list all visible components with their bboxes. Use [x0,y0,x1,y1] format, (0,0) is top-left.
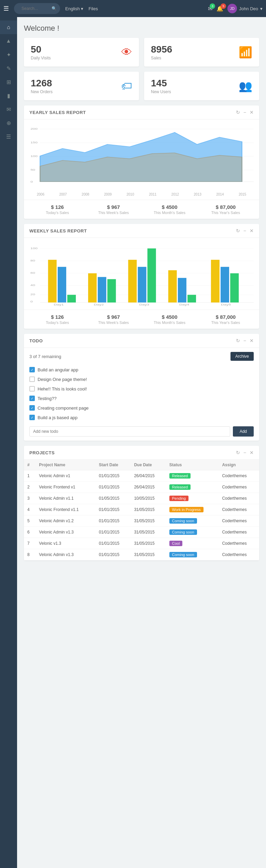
tag-icon: 🏷 [121,80,132,93]
svg-text:50: 50 [30,168,35,171]
stat-label-orders: New Orders [31,89,53,94]
sidebar-item-chart[interactable]: ▲ [0,34,17,48]
todo-card: TODO ↻ − ✕ 3 of 7 remaining Archive ✓ Bu… [24,334,259,441]
close-icon[interactable]: ✕ [250,228,254,233]
col-status: Status [166,460,219,470]
svg-rect-24 [48,260,57,302]
cell-status: Coming soon [166,527,219,538]
sidebar-item-grid[interactable]: ⊞ [0,75,17,89]
todo-item-1: Design One page theme! [29,374,254,384]
weekly-sale-1: $ 967 This Week's Sales [85,314,141,325]
close-icon[interactable]: ✕ [250,450,254,455]
close-icon[interactable]: ✕ [250,110,254,115]
todo-checkbox-2[interactable] [29,386,35,392]
sidebar-item-tools[interactable]: ✦ [0,48,17,61]
svg-rect-38 [230,273,239,303]
todo-checkbox-1[interactable] [29,376,35,382]
minimize-icon[interactable]: − [243,338,246,343]
todo-add-input[interactable] [29,426,230,437]
sidebar-item-home[interactable]: ⌂ [0,20,17,34]
year-label-7: 2013 [194,193,201,196]
notifications-button[interactable]: 🔔 5 [216,5,223,12]
chart-icon: ▲ [6,38,11,44]
cell-due: 31/05/2015 [131,504,166,515]
language-selector[interactable]: English ▾ [65,6,83,11]
cell-assign: Coderthemes [219,482,259,493]
grid-icon: ⊞ [6,79,11,85]
year-label-4: 2010 [126,193,134,196]
cell-start: 01/01/2015 [96,549,131,560]
svg-text:80: 80 [30,259,35,262]
stat-label-sales: Sales [151,56,172,60]
navbar-brand[interactable]: ☰ [3,5,9,12]
close-icon[interactable]: ✕ [250,338,254,343]
yearly-sale-2: $ 4500 This Month's Sales [142,204,198,215]
cell-assign: Coderthemes [219,549,259,560]
cell-id: 1 [24,470,36,482]
cell-start: 01/01/2015 [96,538,131,549]
cell-name: Velonic Admin v1.3 [36,527,95,538]
cell-name: Velonic Admin v1.2 [36,515,95,527]
sidebar: ⌂ ▲ ✦ ✎ ⊞ ▮ ✉ ⊕ ☰ [0,17,17,868]
yearly-desc-1: This Week's Sales [85,211,141,215]
year-label-6: 2012 [171,193,179,196]
sidebar-item-mail[interactable]: ✉ [0,102,17,116]
todo-text-0: Build an angular app [38,367,78,372]
refresh-icon[interactable]: ↻ [236,338,240,343]
home-icon: ⌂ [7,24,10,30]
todo-add-button[interactable]: Add [233,426,254,437]
stat-number-visits: 50 [31,44,51,55]
table-row: 7 Velonic v1.3 01/01/2015 31/05/2015 Coo… [24,538,259,549]
yearly-chart-header: YEARLY SALES REPORT ↻ − ✕ [24,105,259,119]
svg-rect-30 [128,260,137,302]
archive-button[interactable]: Archive [230,352,254,361]
minimize-icon[interactable]: − [243,110,246,115]
cell-status: Work in Progress [166,504,219,515]
refresh-icon[interactable]: ↻ [236,450,240,455]
stat-number-orders: 1268 [31,78,53,89]
cell-start: 01/01/2015 [96,504,131,515]
refresh-icon[interactable]: ↻ [236,110,240,115]
todo-item-4: ✓ Creating component page [29,403,254,413]
stat-card-users: 145 New Users 👥 [144,72,259,100]
files-link[interactable]: Files [88,6,98,11]
yearly-sale-0: $ 126 Today's Sales [29,204,85,215]
sidebar-item-bar-chart[interactable]: ▮ [0,89,17,102]
document-icon: ☰ [6,133,11,140]
minimize-icon[interactable]: − [243,228,246,233]
svg-rect-32 [148,248,156,302]
edit-icon: ✎ [6,65,11,72]
weekly-chart-controls: ↻ − ✕ [236,228,254,233]
weekly-sale-0: $ 126 Today's Sales [29,314,85,325]
sidebar-item-document[interactable]: ☰ [0,130,17,143]
weekly-desc-2: This Month's Sales [142,321,198,325]
sidebar-item-location[interactable]: ⊕ [0,116,17,130]
weekly-chart-card: WEEKLY SALES REPORT ↻ − ✕ 100 80 60 40 2… [24,224,259,329]
cell-due: 31/05/2015 [131,538,166,549]
todo-title: TODO [29,338,43,343]
stat-number-sales: 8956 [151,44,172,55]
todo-checkbox-0[interactable]: ✓ [29,367,35,372]
user-menu[interactable]: JD John Deo ▾ [227,4,263,13]
todo-checkbox-5[interactable]: ✓ [29,415,35,420]
minimize-icon[interactable]: − [243,450,246,455]
svg-rect-28 [98,277,106,303]
svg-text:150: 150 [30,141,38,144]
tools-icon: ✦ [6,52,11,58]
cell-name: Velonic Admin v1.3 [36,549,95,560]
todo-checkbox-3[interactable]: ✓ [29,396,35,401]
cell-assign: Coderthemes [219,493,259,504]
yearly-amount-2: $ 4500 [142,204,198,210]
todo-checkbox-4[interactable]: ✓ [29,405,35,411]
col-start: Start Date [96,460,131,470]
sidebar-item-edit[interactable]: ✎ [0,61,17,75]
search-input[interactable] [17,4,52,13]
users-icon: 👥 [239,80,252,93]
chevron-down-icon: ▾ [260,6,263,11]
refresh-icon[interactable]: ↻ [236,228,240,233]
cell-assign: Coderthemes [219,470,259,482]
todo-controls: ↻ − ✕ [236,338,254,343]
year-label-3: 2009 [104,193,112,196]
messages-button[interactable]: ✉ 3 [208,5,212,12]
svg-text:40: 40 [30,284,35,287]
